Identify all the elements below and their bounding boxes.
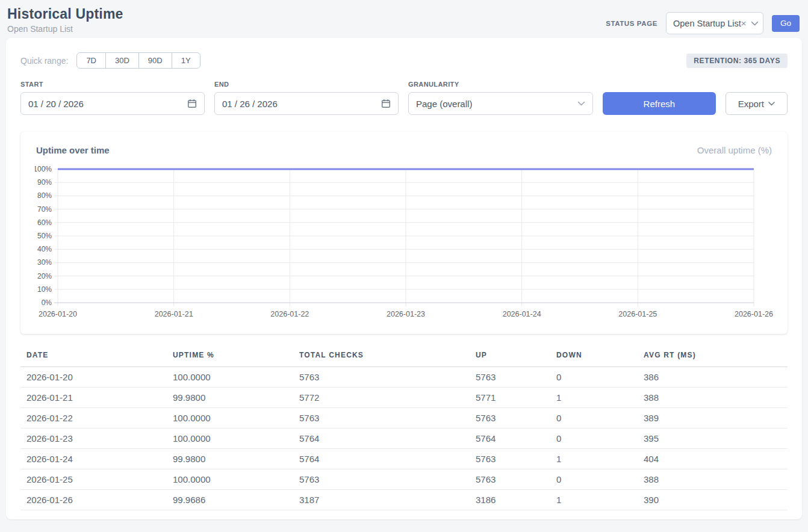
column-header: DOWN xyxy=(550,347,638,367)
table-cell: 99.9686 xyxy=(167,490,293,510)
quick-range-90d-button[interactable]: 90D xyxy=(138,52,172,69)
table-cell: 395 xyxy=(638,428,788,449)
quick-range-30d-button[interactable]: 30D xyxy=(105,52,139,69)
table-cell: 390 xyxy=(638,490,788,510)
svg-text:2026-01-21: 2026-01-21 xyxy=(155,310,193,318)
export-button[interactable]: Export xyxy=(726,92,788,115)
quick-range-label: Quick range: xyxy=(20,56,68,66)
start-label: START xyxy=(20,81,205,88)
end-label: END xyxy=(214,81,399,88)
table-row: 2026-01-2199.9800577257711388 xyxy=(20,388,788,408)
table-cell: 5772 xyxy=(293,388,470,408)
svg-text:2026-01-22: 2026-01-22 xyxy=(270,310,309,318)
calendar-icon[interactable] xyxy=(381,99,391,108)
chart-card: Uptime over time Overall uptime (%) 2026… xyxy=(20,132,788,334)
status-page-select[interactable]: Open Startup List × xyxy=(666,12,763,34)
svg-text:50%: 50% xyxy=(37,232,52,240)
chevron-down-icon xyxy=(577,101,585,106)
quick-range-7d-button[interactable]: 7D xyxy=(76,52,106,69)
table-cell: 5764 xyxy=(293,428,470,449)
svg-text:30%: 30% xyxy=(37,258,52,267)
status-page-controls: STATUS PAGE Open Startup List × Go xyxy=(606,12,800,34)
table-cell: 2026-01-26 xyxy=(20,490,167,510)
page-subtitle: Open Startup List xyxy=(7,24,123,34)
main-card: Quick range: 7D30D90D1Y RETENTION: 365 D… xyxy=(6,38,802,519)
svg-text:100%: 100% xyxy=(35,165,52,173)
svg-text:40%: 40% xyxy=(37,245,52,253)
chevron-down-icon xyxy=(768,102,775,106)
granularity-label: GRANULARITY xyxy=(408,81,593,88)
table-row: 2026-01-25100.0000576357630388 xyxy=(20,469,788,490)
table-cell: 1 xyxy=(550,490,638,510)
table-cell: 0 xyxy=(550,469,638,490)
table-cell: 3187 xyxy=(293,490,470,510)
start-date-input[interactable]: 01 / 20 / 2026 xyxy=(20,92,205,115)
table-cell: 1 xyxy=(550,388,638,408)
svg-text:90%: 90% xyxy=(37,178,52,187)
title-block: Historical Uptime Open Startup List xyxy=(7,6,123,34)
svg-text:20%: 20% xyxy=(37,272,52,280)
retention-badge: RETENTION: 365 DAYS xyxy=(686,54,788,68)
svg-text:60%: 60% xyxy=(37,218,52,227)
table-cell: 100.0000 xyxy=(167,469,293,490)
table-cell: 100.0000 xyxy=(167,428,293,449)
table-cell: 388 xyxy=(638,469,788,490)
table-cell: 3186 xyxy=(470,490,550,510)
column-header: DATE xyxy=(20,347,167,367)
column-header: UP xyxy=(470,347,550,367)
svg-text:2026-01-20: 2026-01-20 xyxy=(39,310,77,318)
filter-row: START 01 / 20 / 2026 END 01 / 26 / 2026 … xyxy=(20,81,788,115)
chart-header: Uptime over time Overall uptime (%) xyxy=(35,144,773,163)
table-cell: 1 xyxy=(550,449,638,469)
table-cell: 386 xyxy=(638,367,788,388)
table-row: 2026-01-2499.9800576457631404 xyxy=(20,449,788,469)
table-cell: 5763 xyxy=(470,367,550,388)
chevron-down-icon xyxy=(751,21,759,26)
svg-text:10%: 10% xyxy=(37,285,52,294)
table-cell: 5764 xyxy=(470,428,550,449)
quick-range-1y-button[interactable]: 1Y xyxy=(172,52,200,69)
end-field: END 01 / 26 / 2026 xyxy=(214,81,399,115)
status-page-value: Open Startup List xyxy=(673,19,741,28)
table-cell: 99.9800 xyxy=(167,388,293,408)
page-title: Historical Uptime xyxy=(7,6,123,22)
end-date-input[interactable]: 01 / 26 / 2026 xyxy=(214,92,399,115)
table-row: 2026-01-22100.0000576357630389 xyxy=(20,408,788,428)
go-button[interactable]: Go xyxy=(772,15,800,32)
table-cell: 0 xyxy=(550,408,638,428)
svg-text:2026-01-26: 2026-01-26 xyxy=(735,310,773,318)
table-cell: 2026-01-24 xyxy=(20,449,167,469)
table-cell: 2026-01-23 xyxy=(20,428,167,449)
svg-text:2026-01-24: 2026-01-24 xyxy=(503,310,541,318)
table-cell: 388 xyxy=(638,388,788,408)
table-cell: 5763 xyxy=(293,408,470,428)
svg-text:80%: 80% xyxy=(37,191,52,200)
table-cell: 5763 xyxy=(293,367,470,388)
column-header: AVG RT (MS) xyxy=(638,347,788,367)
chart-title: Uptime over time xyxy=(36,145,110,155)
table-cell: 100.0000 xyxy=(167,367,293,388)
svg-text:0%: 0% xyxy=(42,298,52,307)
table-cell: 5763 xyxy=(470,408,550,428)
start-date-value: 01 / 20 / 2026 xyxy=(28,99,84,109)
granularity-select[interactable]: Page (overall) xyxy=(408,92,593,115)
table-row: 2026-01-23100.0000576457640395 xyxy=(20,428,788,449)
refresh-button[interactable]: Refresh xyxy=(603,92,716,115)
table-cell: 5763 xyxy=(470,469,550,490)
table-cell: 2026-01-20 xyxy=(20,367,167,388)
table-cell: 5763 xyxy=(470,449,550,469)
table-cell: 99.9800 xyxy=(167,449,293,469)
table-row: 2026-01-2699.9686318731861390 xyxy=(20,490,788,510)
export-label: Export xyxy=(738,99,764,109)
uptime-line-chart: 2026-01-202026-01-212026-01-222026-01-23… xyxy=(35,163,773,321)
table-cell: 389 xyxy=(638,408,788,428)
chart-legend: Overall uptime (%) xyxy=(697,145,772,155)
table-cell: 2026-01-21 xyxy=(20,388,167,408)
svg-text:2026-01-25: 2026-01-25 xyxy=(618,310,657,318)
calendar-icon[interactable] xyxy=(187,99,197,108)
clear-icon[interactable]: × xyxy=(741,18,747,28)
table-cell: 2026-01-22 xyxy=(20,408,167,428)
svg-text:2026-01-23: 2026-01-23 xyxy=(387,310,425,318)
start-field: START 01 / 20 / 2026 xyxy=(20,81,205,115)
table-cell: 100.0000 xyxy=(167,408,293,428)
